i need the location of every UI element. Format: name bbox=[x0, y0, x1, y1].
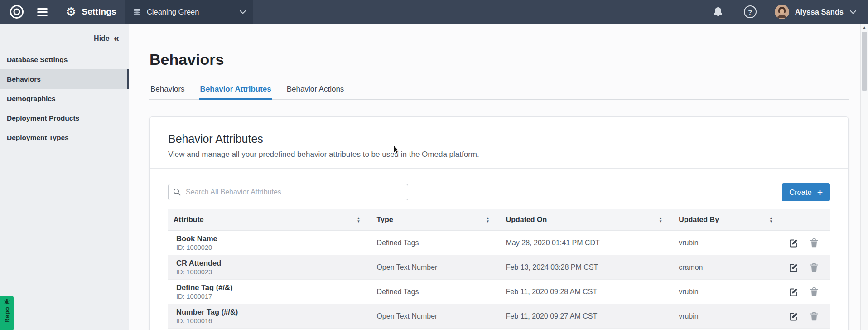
attribute-updated-on: May 28, 2020 01:41 PM CDT bbox=[501, 231, 674, 255]
column-label: Updated By bbox=[679, 216, 719, 224]
edit-icon[interactable] bbox=[789, 263, 798, 272]
search-input[interactable] bbox=[168, 184, 408, 200]
feedback-tab-label: Repo bbox=[4, 307, 10, 323]
table-row: CR Attended ID: 1000023 Open Text Number… bbox=[168, 255, 830, 280]
column-header-type[interactable]: Type ▲▼ bbox=[371, 209, 500, 231]
gear-icon: ⚙ bbox=[66, 0, 76, 24]
card-divider bbox=[150, 168, 848, 169]
attribute-updated-by: vrubin bbox=[673, 280, 784, 304]
row-actions bbox=[789, 312, 825, 321]
notifications-bell-icon[interactable] bbox=[713, 6, 723, 17]
report-feedback-tab[interactable]: Repo bbox=[0, 296, 14, 330]
sort-icon[interactable]: ▲▼ bbox=[659, 217, 662, 223]
attribute-updated-on: Feb 11, 2020 09:28 AM CST bbox=[501, 280, 674, 304]
attribute-id: ID: 1000016 bbox=[176, 317, 366, 325]
attribute-type: Open Text Number bbox=[371, 255, 500, 280]
row-actions bbox=[789, 263, 825, 272]
search-icon bbox=[173, 188, 181, 198]
behavior-attributes-card: Behavior Attributes View and manage all … bbox=[149, 116, 849, 330]
sidebar-item-demographics[interactable]: Demographics bbox=[0, 89, 129, 108]
row-actions bbox=[789, 238, 825, 248]
card-subtitle: View and manage all your predefined beha… bbox=[168, 150, 830, 159]
hamburger-menu-icon[interactable] bbox=[37, 0, 48, 24]
vertical-scrollbar[interactable]: ▲ bbox=[860, 24, 868, 330]
avatar[interactable] bbox=[775, 5, 789, 19]
delete-icon[interactable] bbox=[810, 312, 818, 321]
main-panel: Behaviors Behaviors Behavior Attributes … bbox=[129, 24, 868, 330]
attribute-id: ID: 1000020 bbox=[176, 244, 366, 251]
search-box bbox=[168, 184, 408, 200]
user-name[interactable]: Alyssa Sands bbox=[795, 8, 844, 16]
sort-icon[interactable]: ▲▼ bbox=[486, 217, 490, 223]
tab-behaviors[interactable]: Behaviors bbox=[149, 85, 186, 99]
collapse-chevrons-icon: « bbox=[114, 34, 119, 43]
table-toolbar: Create + bbox=[168, 183, 830, 201]
column-header-updated-on[interactable]: Updated On ▲▼ bbox=[501, 209, 674, 231]
attribute-updated-by: cramon bbox=[673, 255, 784, 280]
column-header-updated-by[interactable]: Updated By ▲▼ bbox=[673, 209, 784, 231]
sort-icon[interactable]: ▲▼ bbox=[769, 217, 773, 223]
database-icon bbox=[133, 8, 141, 16]
tab-behavior-actions[interactable]: Behavior Actions bbox=[286, 85, 345, 99]
attribute-updated-by: vrubin bbox=[673, 304, 784, 329]
content-area: Hide « Database Settings Behaviors Demog… bbox=[0, 24, 868, 330]
column-label: Type bbox=[376, 216, 393, 224]
chevron-down-icon bbox=[240, 10, 246, 14]
plus-icon: + bbox=[817, 188, 823, 197]
scroll-up-arrow-icon[interactable]: ▲ bbox=[861, 24, 868, 31]
delete-icon[interactable] bbox=[810, 263, 818, 272]
attribute-type: Open Text Number bbox=[371, 304, 500, 329]
attribute-name: Number Tag (#/&) bbox=[176, 308, 366, 316]
delete-icon[interactable] bbox=[810, 287, 818, 296]
user-menu-chevron-icon[interactable] bbox=[850, 10, 856, 14]
database-selector[interactable]: Cleaning Green bbox=[125, 0, 253, 24]
top-navbar: ⚙ Settings Cleaning Green ? bbox=[0, 0, 868, 24]
table-row: Number Tag (#/&) ID: 1000016 Open Text N… bbox=[168, 304, 830, 329]
attribute-type: Defined Tags bbox=[371, 280, 500, 304]
column-header-attribute[interactable]: Attribute ▲▼ bbox=[168, 209, 371, 231]
attribute-type: Defined Tags bbox=[371, 231, 500, 255]
card-title: Behavior Attributes bbox=[168, 132, 830, 146]
edit-icon[interactable] bbox=[789, 238, 798, 248]
edit-icon[interactable] bbox=[789, 287, 798, 296]
attribute-id: ID: 1000023 bbox=[176, 268, 366, 276]
sidebar-item-deployment-types[interactable]: Deployment Types bbox=[0, 128, 129, 147]
sidebar-nav: Database Settings Behaviors Demographics… bbox=[0, 50, 129, 147]
attribute-updated-on: Feb 13, 2024 03:28 PM CST bbox=[501, 255, 674, 280]
edit-icon[interactable] bbox=[789, 312, 798, 321]
database-selector-value: Cleaning Green bbox=[147, 8, 199, 16]
attribute-name: Book Name bbox=[176, 234, 366, 243]
row-actions bbox=[789, 287, 825, 296]
navbar-right-cluster: ? Alyssa Sands bbox=[713, 0, 868, 24]
column-label: Attribute bbox=[174, 216, 204, 224]
attribute-name: CR Attended bbox=[176, 259, 366, 267]
column-label: Updated On bbox=[506, 216, 547, 224]
table-row: Define Tag (#/&) ID: 1000017 Defined Tag… bbox=[168, 280, 830, 304]
app-title: Settings bbox=[82, 0, 116, 24]
settings-sidebar: Hide « Database Settings Behaviors Demog… bbox=[0, 24, 129, 330]
sidebar-hide-button[interactable]: Hide « bbox=[0, 34, 119, 43]
attributes-table: Attribute ▲▼ Type ▲▼ Upd bbox=[168, 209, 830, 329]
hide-label: Hide bbox=[94, 34, 110, 43]
tab-behavior-attributes[interactable]: Behavior Attributes bbox=[199, 85, 272, 99]
attribute-id: ID: 1000017 bbox=[176, 293, 366, 300]
sidebar-item-behaviors[interactable]: Behaviors bbox=[0, 69, 129, 89]
table-header-row: Attribute ▲▼ Type ▲▼ Upd bbox=[168, 209, 830, 231]
bug-icon bbox=[4, 298, 10, 305]
delete-icon[interactable] bbox=[810, 238, 818, 248]
create-button-label: Create bbox=[789, 188, 812, 197]
page-title: Behaviors bbox=[149, 51, 849, 68]
sidebar-item-deployment-products[interactable]: Deployment Products bbox=[0, 108, 129, 128]
help-icon[interactable]: ? bbox=[744, 5, 757, 18]
attribute-updated-by: vrubin bbox=[673, 231, 784, 255]
create-button[interactable]: Create + bbox=[782, 183, 830, 201]
column-header-actions bbox=[784, 209, 830, 231]
attribute-name: Define Tag (#/&) bbox=[176, 283, 366, 292]
attribute-updated-on: Feb 11, 2020 09:27 AM CST bbox=[501, 304, 674, 329]
scrollbar-thumb[interactable] bbox=[862, 32, 867, 91]
sort-icon[interactable]: ▲▼ bbox=[357, 217, 360, 223]
page-tabs: Behaviors Behavior Attributes Behavior A… bbox=[149, 85, 849, 100]
table-row: Book Name ID: 1000020 Defined Tags May 2… bbox=[168, 231, 830, 255]
sidebar-item-database-settings[interactable]: Database Settings bbox=[0, 50, 129, 69]
omeda-logo-icon[interactable] bbox=[9, 0, 24, 24]
